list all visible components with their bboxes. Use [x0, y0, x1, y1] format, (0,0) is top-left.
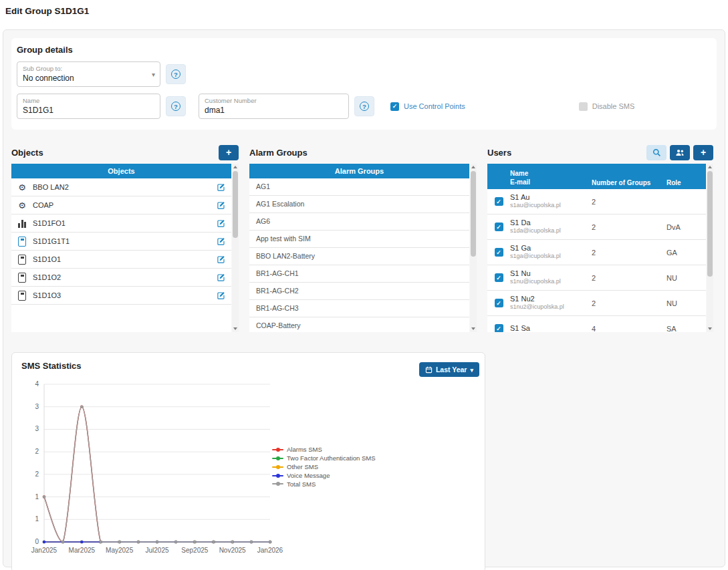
edit-icon[interactable]	[217, 291, 225, 300]
scroll-up-icon[interactable]	[708, 166, 712, 168]
scroll-down-icon[interactable]	[233, 327, 237, 330]
object-row[interactable]: BBO LAN2	[11, 178, 231, 196]
disable-sms-checkbox[interactable]	[579, 102, 588, 111]
scrollbar-thumb[interactable]	[707, 171, 713, 277]
customer-number-field[interactable]: Customer Number dma1	[199, 94, 349, 119]
legend-label: Alarms SMS	[287, 446, 322, 454]
alarm-group-row[interactable]: BR1-AG-CH1	[249, 265, 469, 283]
svg-text:2: 2	[35, 448, 39, 455]
name-help-button[interactable]: ?	[166, 96, 186, 116]
svg-text:Jan2025: Jan2025	[31, 547, 57, 554]
alarm-group-row[interactable]: AG1	[249, 178, 469, 196]
group-details-title: Group details	[17, 45, 710, 55]
search-users-button[interactable]	[646, 145, 666, 160]
object-row[interactable]: S1D1G1T1	[11, 233, 231, 251]
user-row[interactable]: S1 Ga s1ga@icupolska.pl 2 GA	[487, 240, 706, 265]
object-type-icon	[17, 237, 27, 246]
sub-group-help-button[interactable]: ?	[166, 64, 186, 84]
user-row[interactable]: S1 Nu s1nu@icupolska.pl 2 NU	[487, 265, 706, 291]
legend-dot	[276, 465, 280, 469]
object-row[interactable]: COAP	[11, 196, 231, 215]
customer-number-help-button[interactable]: ?	[354, 96, 374, 116]
svg-text:Jan2026: Jan2026	[257, 547, 283, 554]
scroll-up-icon[interactable]	[233, 166, 237, 168]
alarm-groups-title: Alarm Groups	[249, 148, 308, 158]
object-name: S1D1O3	[33, 291, 61, 299]
user-checkbox[interactable]	[495, 197, 503, 206]
objects-scrollbar[interactable]	[232, 164, 239, 332]
user-row[interactable]: S1 Au s1au@icupolska.pl 2	[487, 189, 706, 215]
alarm-group-row[interactable]: BR1-AG-CH2	[249, 283, 469, 300]
edit-icon[interactable]	[217, 237, 225, 246]
use-control-points-checkbox[interactable]	[390, 102, 399, 111]
alarm-groups-scrollbar[interactable]	[470, 164, 477, 332]
chevron-down-icon: ▾	[152, 71, 155, 78]
alarm-group-row[interactable]: App test with SIM	[249, 231, 469, 248]
user-role: NU	[666, 274, 706, 282]
legend-marker	[272, 466, 283, 468]
edit-icon[interactable]	[217, 255, 225, 264]
disable-sms-checkbox-group[interactable]: Disable SMS	[579, 102, 635, 111]
customer-number-value: dma1	[205, 105, 335, 116]
object-row[interactable]: S1D1O3	[11, 287, 231, 305]
use-control-points-checkbox-group[interactable]: Use Control Points	[390, 102, 465, 111]
scrollbar-thumb[interactable]	[233, 171, 238, 238]
edit-icon[interactable]	[217, 219, 225, 228]
user-name: S1 Au	[510, 193, 592, 202]
question-icon: ?	[360, 102, 369, 111]
scroll-up-icon[interactable]	[471, 166, 475, 168]
name-field[interactable]: Name S1D1G1	[17, 94, 160, 119]
chevron-down-icon	[470, 366, 473, 374]
user-row[interactable]: S1 Nu2 s1nu2@icupolska.pl 2 NU	[487, 291, 706, 316]
manage-users-button[interactable]	[670, 145, 690, 160]
edit-icon[interactable]	[217, 201, 225, 210]
user-checkbox[interactable]	[495, 223, 503, 231]
titlebar: Edit Group S1D1G1	[0, 0, 728, 29]
object-name: S1D1O1	[33, 255, 61, 263]
alarm-group-row[interactable]: BR1-AG-CH3	[249, 300, 469, 317]
user-row[interactable]: S1 Da s1da@icupolska.pl 2 DvA	[487, 215, 706, 240]
user-checkbox[interactable]	[495, 248, 503, 257]
add-user-button[interactable]: +	[693, 145, 713, 160]
users-column: Users	[487, 144, 713, 332]
object-row[interactable]: S1D1O2	[11, 269, 231, 287]
object-name: S1D1G1T1	[33, 237, 70, 245]
object-row[interactable]: S1D1O1	[11, 251, 231, 269]
scroll-down-icon[interactable]	[708, 327, 712, 330]
svg-text:Sep2025: Sep2025	[181, 547, 208, 554]
name-label: Name	[23, 97, 146, 105]
scroll-down-icon[interactable]	[471, 327, 475, 330]
svg-text:Jul2025: Jul2025	[145, 547, 168, 554]
legend-label: Voice Message	[287, 472, 330, 480]
sub-group-select[interactable]: Sub Group to: No connection ▾	[17, 61, 160, 87]
svg-text:2: 2	[35, 470, 39, 478]
users-scrollbar[interactable]	[707, 164, 713, 332]
user-email: s1au@icupolska.pl	[510, 202, 592, 210]
users-table: Name E-mail Number of Groups Role S1	[487, 164, 706, 332]
legend-marker	[272, 483, 283, 484]
object-row[interactable]: S1D1FO1	[11, 215, 231, 233]
alarm-group-row[interactable]: COAP-Battery	[249, 317, 469, 332]
use-control-points-label: Use Control Points	[404, 102, 465, 110]
object-name: S1D1O2	[33, 273, 61, 281]
period-select-button[interactable]: Last Year	[419, 362, 479, 377]
user-row[interactable]: S1 Sa 4 SA	[487, 316, 706, 332]
scrollbar-thumb[interactable]	[471, 171, 476, 257]
name-value: S1D1G1	[23, 105, 146, 116]
user-name: S1 Nu	[510, 269, 592, 278]
alarm-group-row[interactable]: AG6	[249, 213, 469, 231]
user-groups-count: 4	[592, 325, 666, 333]
alarm-group-row[interactable]: AG1 Escalation	[249, 196, 469, 213]
legend-dot	[276, 456, 280, 460]
chart-legend: Alarms SMS Two Factor Authentication SMS	[272, 446, 376, 488]
edit-icon[interactable]	[217, 183, 225, 192]
user-checkbox[interactable]	[495, 273, 503, 282]
add-object-button[interactable]: +	[219, 145, 239, 160]
objects-table: Objects BBO LAN2	[11, 164, 231, 332]
alarm-group-row[interactable]: BBO LAN2-Battery	[249, 248, 469, 265]
user-role: DvA	[666, 223, 706, 231]
user-checkbox[interactable]	[495, 324, 503, 332]
users-title: Users	[487, 148, 511, 158]
user-checkbox[interactable]	[495, 299, 503, 307]
edit-icon[interactable]	[217, 273, 225, 282]
